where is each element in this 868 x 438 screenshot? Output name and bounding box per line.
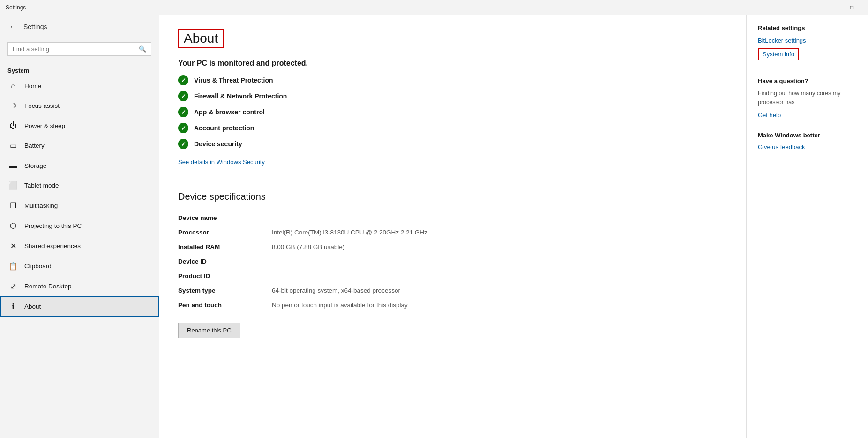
protection-item-3: Account protection (178, 123, 727, 133)
make-windows-title: Make Windows better (758, 132, 857, 139)
sidebar-item-multitasking[interactable]: ❒ Multitasking (0, 196, 159, 216)
spec-value-5: 64-bit operating system, x64-based proce… (272, 284, 727, 297)
get-help-link[interactable]: Get help (758, 112, 857, 119)
protection-item-1: Firewall & Network Protection (178, 91, 727, 101)
sidebar-item-clipboard[interactable]: 📋 Clipboard (0, 256, 159, 276)
right-panel: Related settings BitLocker settings Syst… (746, 15, 868, 438)
spec-value-3 (272, 255, 727, 268)
protection-item-2: App & browser control (178, 107, 727, 117)
sidebar-label-storage: Storage (24, 162, 46, 169)
related-settings-title: Related settings (758, 24, 857, 31)
protection-item-4: Device security (178, 139, 727, 149)
protection-heading: Your PC is monitored and protected. (178, 59, 727, 68)
protection-label-4: Device security (194, 140, 242, 148)
bitlocker-link[interactable]: BitLocker settings (758, 37, 857, 44)
spec-label-5: System type (178, 284, 262, 297)
spec-label-3: Device ID (178, 255, 262, 268)
sidebar-items-container: ⌂ Home ☽ Focus assist ⏻ Power & sleep ▭ … (0, 76, 159, 317)
maximize-button[interactable]: ☐ (841, 0, 862, 15)
sidebar-label-remote-desktop: Remote Desktop (24, 283, 72, 290)
sidebar-item-tablet-mode[interactable]: ⬜ Tablet mode (0, 175, 159, 196)
specs-table: Device nameProcessorIntel(R) Core(TM) i3… (178, 211, 727, 311)
search-input[interactable] (13, 45, 135, 53)
sidebar-icon-about: ℹ (8, 302, 18, 311)
sidebar-icon-tablet-mode: ⬜ (8, 181, 18, 190)
see-details-link[interactable]: See details in Windows Security (178, 159, 265, 166)
sidebar-item-battery[interactable]: ▭ Battery (0, 136, 159, 156)
sidebar-icon-shared-exp: ✕ (8, 242, 18, 250)
sidebar-icon-clipboard: 📋 (8, 262, 18, 271)
spec-value-6: No pen or touch input is available for t… (272, 299, 727, 311)
spec-label-6: Pen and touch (178, 299, 262, 311)
minimize-button[interactable]: – (817, 0, 839, 15)
sidebar-section-label: System (0, 63, 159, 76)
app-container: ← Settings 🔍 System ⌂ Home ☽ Focus assis… (0, 15, 868, 438)
spec-label-0: Device name (178, 211, 262, 224)
titlebar-left: Settings (6, 4, 26, 11)
spec-value-4 (272, 270, 727, 282)
protection-section: Your PC is monitored and protected. Viru… (178, 59, 727, 166)
sidebar-icon-storage: ▬ (8, 161, 18, 170)
sidebar: ← Settings 🔍 System ⌂ Home ☽ Focus assis… (0, 15, 159, 438)
check-icon-1 (178, 91, 188, 101)
sidebar-item-power-sleep[interactable]: ⏻ Power & sleep (0, 116, 159, 136)
spec-label-1: Processor (178, 226, 262, 239)
device-specs-title: Device specifications (178, 191, 727, 202)
protection-label-1: Firewall & Network Protection (194, 92, 287, 100)
check-icon-3 (178, 123, 188, 133)
sidebar-icon-remote-desktop: ⤢ (8, 282, 18, 291)
help-text: Finding out how many cores my processor … (758, 89, 857, 107)
app-title-label: Settings (23, 23, 47, 30)
sidebar-icon-projecting: ⬡ (8, 221, 18, 230)
sidebar-label-shared-exp: Shared experiences (24, 242, 81, 249)
sidebar-label-home: Home (24, 83, 41, 90)
sidebar-item-remote-desktop[interactable]: ⤢ Remote Desktop (0, 276, 159, 296)
spec-value-1: Intel(R) Core(TM) i3-8130U CPU @ 2.20GHz… (272, 226, 727, 239)
sidebar-icon-power-sleep: ⏻ (8, 121, 18, 130)
spec-label-4: Product ID (178, 270, 262, 282)
check-icon-0 (178, 75, 188, 85)
protection-item-0: Virus & Threat Protection (178, 75, 727, 85)
sidebar-label-clipboard: Clipboard (24, 263, 52, 270)
have-question-title: Have a question? (758, 77, 857, 84)
protection-items-container: Virus & Threat Protection Firewall & Net… (178, 75, 727, 149)
sidebar-icon-focus-assist: ☽ (8, 101, 18, 110)
search-box[interactable]: 🔍 (7, 42, 151, 56)
page-title: About (178, 29, 224, 48)
system-info-link[interactable]: System info (758, 48, 799, 60)
rename-pc-button[interactable]: Rename this PC (178, 323, 240, 338)
protection-label-2: App & browser control (194, 108, 265, 116)
sidebar-label-about: About (24, 303, 41, 310)
sidebar-icon-home: ⌂ (8, 82, 18, 90)
sidebar-item-about[interactable]: ℹ About (0, 296, 159, 317)
sidebar-icon-multitasking: ❒ (8, 201, 18, 210)
sidebar-icon-battery: ▭ (8, 141, 18, 150)
sidebar-label-battery: Battery (24, 142, 45, 149)
protection-label-3: Account protection (194, 124, 254, 132)
check-icon-2 (178, 107, 188, 117)
spec-value-2: 8.00 GB (7.88 GB usable) (272, 241, 727, 253)
sidebar-label-tablet-mode: Tablet mode (24, 182, 59, 189)
spec-value-0 (272, 211, 727, 224)
sidebar-item-shared-exp[interactable]: ✕ Shared experiences (0, 236, 159, 256)
protection-label-0: Virus & Threat Protection (194, 76, 273, 84)
search-icon: 🔍 (139, 45, 146, 53)
divider (178, 180, 727, 180)
main-content: About Your PC is monitored and protected… (159, 15, 746, 438)
sidebar-label-focus-assist: Focus assist (24, 102, 60, 109)
sidebar-label-projecting: Projecting to this PC (24, 222, 82, 229)
titlebar-title: Settings (6, 4, 26, 11)
back-button[interactable]: ← (7, 21, 19, 33)
sidebar-label-multitasking: Multitasking (24, 202, 58, 209)
sidebar-item-storage[interactable]: ▬ Storage (0, 156, 159, 175)
titlebar: Settings – ☐ (0, 0, 868, 15)
feedback-link[interactable]: Give us feedback (758, 143, 857, 151)
spec-label-2: Installed RAM (178, 241, 262, 253)
sidebar-item-focus-assist[interactable]: ☽ Focus assist (0, 96, 159, 116)
titlebar-controls: – ☐ (817, 0, 862, 15)
sidebar-header: ← Settings (0, 15, 159, 38)
sidebar-item-projecting[interactable]: ⬡ Projecting to this PC (0, 216, 159, 236)
sidebar-item-home[interactable]: ⌂ Home (0, 76, 159, 96)
check-icon-4 (178, 139, 188, 149)
sidebar-label-power-sleep: Power & sleep (24, 122, 65, 129)
